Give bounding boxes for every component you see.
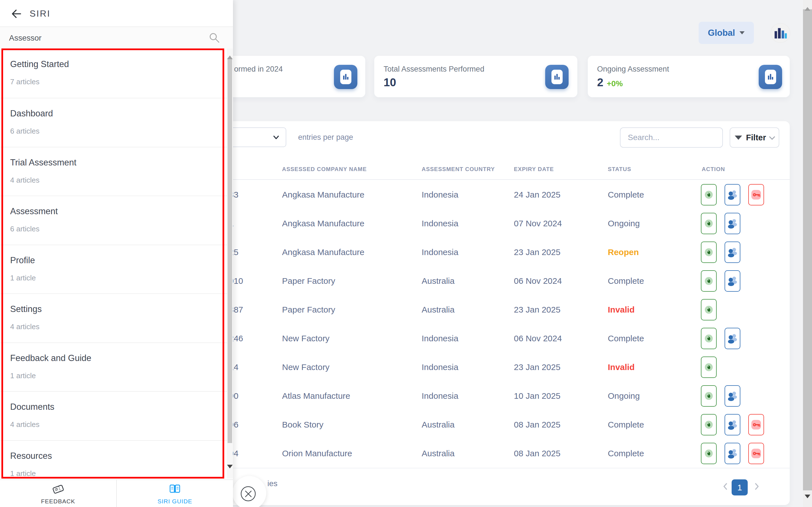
siri-guide-button[interactable]: SIRI GUIDE <box>116 480 233 507</box>
main-scrollbar-thumb[interactable] <box>803 9 812 490</box>
assessor-search-input[interactable] <box>8 31 201 45</box>
sidebar-item-documents[interactable]: Documents 4 articles <box>0 391 227 441</box>
team-button[interactable] <box>724 213 740 234</box>
company-name: Angkasa Manufacture <box>282 209 364 238</box>
team-button[interactable] <box>724 241 740 263</box>
region-dropdown[interactable]: Global <box>699 22 754 44</box>
assessment-country: Australia <box>422 295 455 324</box>
view-button[interactable] <box>701 270 717 292</box>
team-button[interactable] <box>724 385 740 407</box>
back-button[interactable] <box>8 6 24 22</box>
col-expiry: EXPIRY DATE <box>514 159 554 179</box>
main-scroll-up-button[interactable] <box>805 3 810 7</box>
table-row: 94 Orion Manufacture Australia 08 Jan 20… <box>169 439 790 468</box>
search-input[interactable] <box>620 127 723 148</box>
people-icon <box>727 390 738 402</box>
close-guide-button[interactable] <box>240 486 256 503</box>
pagination-prev-button[interactable] <box>721 482 730 492</box>
view-button[interactable] <box>701 414 717 436</box>
sidebar-item-profile[interactable]: Profile 1 article <box>0 245 227 294</box>
view-button[interactable] <box>701 385 717 407</box>
row-actions <box>701 382 764 410</box>
people-icon <box>727 448 738 459</box>
category-count: 1 article <box>10 469 36 478</box>
bar-chart-logo-icon <box>773 25 788 40</box>
sidebar-item-dashboard[interactable]: Dashboard 6 articles <box>0 98 227 147</box>
company-name: Paper Factory <box>282 295 335 324</box>
company-name: Atlas Manufacture <box>282 382 350 410</box>
sidebar-item-resources[interactable]: Resources 1 article <box>0 440 227 481</box>
stat-delta: +0% <box>607 79 623 88</box>
sidebar-item-assessment[interactable]: Assessment 6 articles <box>0 195 227 245</box>
status-badge: Complete <box>608 324 644 353</box>
category-title: Assessment <box>10 206 58 216</box>
panel-footer: FEEDBACK SIRI GUIDE <box>0 480 233 507</box>
status-badge: Invalid <box>608 353 635 382</box>
team-button[interactable] <box>724 270 740 292</box>
row-actions <box>701 209 764 238</box>
company-name: New Factory <box>282 324 329 353</box>
category-count: 6 articles <box>10 127 40 135</box>
stat-card-title: ormed in 2024 <box>234 65 283 73</box>
main-scroll-down-button[interactable] <box>805 498 810 503</box>
panel-scroll-up-button[interactable] <box>227 51 233 56</box>
view-button[interactable] <box>701 241 717 263</box>
chart-icon[interactable] <box>759 65 782 89</box>
team-button[interactable] <box>724 328 740 349</box>
category-title: Resources <box>10 451 52 461</box>
assessment-country: Indonesia <box>422 353 458 382</box>
expiry-date: 10 Jan 2025 <box>514 382 560 410</box>
category-count: 7 articles <box>10 77 40 86</box>
panel-scrollbar-thumb[interactable] <box>227 58 232 443</box>
chart-icon[interactable] <box>334 65 357 89</box>
chart-icon[interactable] <box>545 65 569 89</box>
view-button[interactable] <box>701 443 717 464</box>
pagination-next-button[interactable] <box>752 482 761 492</box>
siri-guide-panel: SIRI Getting Started 7 articles Dashboar… <box>0 0 233 507</box>
sidebar-item-settings[interactable]: Settings 4 articles <box>0 293 227 343</box>
view-button[interactable] <box>701 356 717 378</box>
table-row: 387 Paper Factory Australia 23 Jan 2025 … <box>169 295 790 325</box>
pagination-page-1-button[interactable]: 1 <box>731 480 748 496</box>
category-title: Feedback and Guide <box>10 353 91 363</box>
expiry-date: 23 Jan 2025 <box>514 295 560 324</box>
company-name: Angkasa Manufacture <box>282 180 364 209</box>
app-logo-avatar[interactable] <box>770 23 790 43</box>
entries-info-fragment: ies <box>267 479 277 488</box>
ticket-icon <box>51 482 65 496</box>
key-button[interactable] <box>748 414 764 436</box>
table-row: 14 New Factory Indonesia 23 Jan 2025 Inv… <box>169 353 790 382</box>
feedback-button[interactable]: FEEDBACK <box>0 480 116 507</box>
sidebar-item-getting-started[interactable]: Getting Started 7 articles <box>0 49 227 98</box>
col-action: ACTION <box>702 159 725 179</box>
stat-card-title: Ongoing Assessment <box>597 65 669 73</box>
expiry-date: 08 Jan 2025 <box>514 410 560 439</box>
company-name: Paper Factory <box>282 267 335 295</box>
view-button[interactable] <box>701 184 717 206</box>
entries-per-page-label: entries per page <box>298 127 353 147</box>
key-icon <box>751 448 762 459</box>
panel-scroll-down-button[interactable] <box>227 468 233 472</box>
assessment-country: Australia <box>422 267 455 295</box>
category-title: Profile <box>10 255 35 266</box>
sidebar-item-trial-assessment[interactable]: Trial Assessment 4 articles <box>0 147 227 196</box>
filter-button[interactable]: Filter <box>730 127 779 148</box>
eye-icon <box>703 189 714 201</box>
people-icon <box>727 218 738 229</box>
row-actions <box>701 295 764 324</box>
status-badge: Complete <box>608 410 644 439</box>
team-button[interactable] <box>724 414 740 436</box>
view-button[interactable] <box>701 328 717 349</box>
view-button[interactable] <box>701 299 717 321</box>
arrow-left-icon <box>9 6 24 21</box>
view-button[interactable] <box>701 213 717 234</box>
row-actions <box>701 439 764 468</box>
company-name: Book Story <box>282 410 323 439</box>
key-button[interactable] <box>748 443 764 464</box>
team-button[interactable] <box>724 443 740 464</box>
team-button[interactable] <box>724 184 740 206</box>
key-button[interactable] <box>748 184 764 206</box>
sidebar-item-feedback-and-guide[interactable]: Feedback and Guide 1 article <box>0 342 227 392</box>
stat-card-title: Total Assessments Performed <box>384 65 484 73</box>
table-row: 246 New Factory Indonesia 06 Nov 2024 Co… <box>169 324 790 353</box>
